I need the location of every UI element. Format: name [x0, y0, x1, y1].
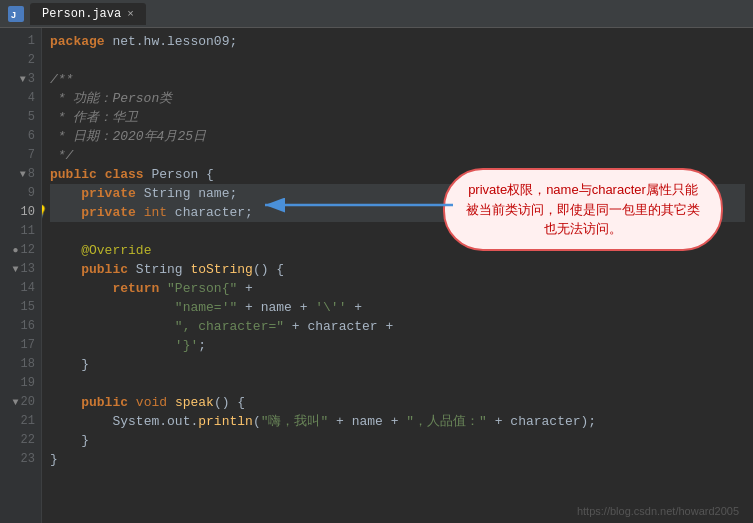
- line-num-10: 10: [0, 203, 35, 222]
- line-num-17: 17: [0, 336, 35, 355]
- code-line-17: '}';: [50, 336, 745, 355]
- line-num-19: 19: [0, 374, 35, 393]
- code-line-21: System.out.println("嗨，我叫" + name + "，人品值…: [50, 412, 745, 431]
- line-num-7: 7: [0, 146, 35, 165]
- code-line-6: * 日期：2020年4月25日: [50, 127, 745, 146]
- code-line-13: public String toString() {: [50, 260, 745, 279]
- code-line-23: }: [50, 450, 745, 469]
- code-line-16: ", character=" + character +: [50, 317, 745, 336]
- line-num-13: ▼13: [0, 260, 35, 279]
- line-num-3: ▼3: [0, 70, 35, 89]
- line-num-11: 11: [0, 222, 35, 241]
- line-num-2: 2: [0, 51, 35, 70]
- tab-close-button[interactable]: ×: [127, 8, 134, 20]
- line-num-21: 21: [0, 412, 35, 431]
- line-numbers: 1 2 ▼3 4 5 6 7 ▼8 9 10 11 ●12 ▼13 14 15 …: [0, 28, 42, 523]
- tab-filename: Person.java: [42, 7, 121, 21]
- line-num-9: 9: [0, 184, 35, 203]
- annotation-bubble: private权限，name与character属性只能被当前类访问，即使是同一…: [443, 168, 723, 251]
- code-line-14: return "Person{" +: [50, 279, 745, 298]
- code-line-2: [50, 51, 745, 70]
- code-line-3: /**: [50, 70, 745, 89]
- file-tab[interactable]: Person.java ×: [30, 3, 146, 25]
- line-num-22: 22: [0, 431, 35, 450]
- line-num-16: 16: [0, 317, 35, 336]
- line-num-18: 18: [0, 355, 35, 374]
- line-num-15: 15: [0, 298, 35, 317]
- watermark: https://blog.csdn.net/howard2005: [577, 505, 739, 517]
- line-num-5: 5: [0, 108, 35, 127]
- line-num-12: ●12: [0, 241, 35, 260]
- line-num-23: 23: [0, 450, 35, 469]
- line-num-6: 6: [0, 127, 35, 146]
- line-num-8: ▼8: [0, 165, 35, 184]
- code-line-15: "name='" + name + '\'' +: [50, 298, 745, 317]
- code-line-4: * 功能：Person类: [50, 89, 745, 108]
- code-line-7: */: [50, 146, 745, 165]
- line-num-4: 4: [0, 89, 35, 108]
- svg-text:J: J: [11, 10, 16, 20]
- java-file-icon: J: [8, 6, 24, 22]
- code-editor: 1 2 ▼3 4 5 6 7 ▼8 9 10 11 ●12 ▼13 14 15 …: [0, 28, 753, 523]
- code-line-22: }: [50, 431, 745, 450]
- bulb-icon[interactable]: 💡: [42, 203, 48, 222]
- line-num-20: ▼20: [0, 393, 35, 412]
- code-content: package net.hw.lesson09; /** * 功能：Person…: [42, 28, 753, 523]
- code-line-18: }: [50, 355, 745, 374]
- code-line-5: * 作者：华卫: [50, 108, 745, 127]
- bubble-text: private权限，name与character属性只能被当前类访问，即使是同一…: [443, 168, 723, 251]
- code-line-20: public void speak() {: [50, 393, 745, 412]
- line-num-14: 14: [0, 279, 35, 298]
- line-num-1: 1: [0, 32, 35, 51]
- title-bar: J Person.java ×: [0, 0, 753, 28]
- code-line-1: package net.hw.lesson09;: [50, 32, 745, 51]
- code-line-19: [50, 374, 745, 393]
